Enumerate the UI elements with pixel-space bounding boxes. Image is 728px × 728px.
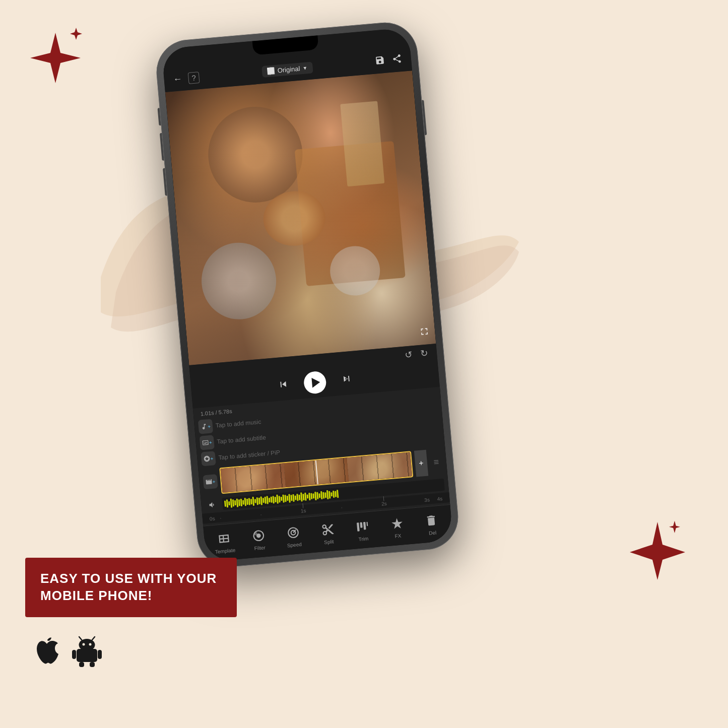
save-icon[interactable]: [374, 54, 385, 68]
red-banner: EASY TO USE WITH YOUR MOBILE PHONE!: [25, 558, 237, 617]
skip-to-start-button[interactable]: [277, 378, 289, 392]
svg-rect-17: [98, 650, 102, 659]
music-track-icon: +: [198, 419, 213, 434]
dropdown-icon: ▼: [302, 65, 308, 71]
sticker-track-icon: +: [201, 451, 216, 466]
audio-icon: [205, 497, 220, 512]
svg-point-11: [79, 639, 95, 651]
speed-label: Speed: [287, 542, 302, 548]
share-icon[interactable]: [391, 53, 403, 67]
delete-label: Del: [429, 530, 437, 536]
delete-icon: [423, 512, 440, 529]
back-icon[interactable]: ←: [173, 74, 183, 85]
svg-rect-8: [363, 522, 366, 530]
svg-rect-6: [357, 522, 360, 532]
apple-icon: [33, 635, 60, 668]
android-icon: [71, 635, 103, 668]
banner-line2: MOBILE PHONE!: [40, 588, 152, 603]
fullscreen-button[interactable]: [418, 325, 430, 340]
phone-device: ← ? ⬜ Original ▼: [154, 20, 461, 569]
svg-rect-7: [360, 522, 362, 528]
filter-icon: [250, 527, 267, 544]
banner-text: EASY TO USE WITH YOUR MOBILE PHONE!: [40, 570, 222, 605]
svg-rect-18: [79, 662, 84, 667]
split-icon: [319, 521, 336, 538]
sparkle-top-left: [28, 28, 88, 95]
toolbar-item-split[interactable]: Split: [312, 521, 345, 546]
svg-line-15: [92, 637, 95, 640]
clip-track-icon: +: [203, 474, 218, 489]
clip-thumbnail-3: [347, 452, 412, 482]
toolbar-item-template[interactable]: Template: [209, 530, 241, 555]
skip-to-end-button[interactable]: [341, 372, 353, 387]
play-button[interactable]: [303, 371, 327, 395]
toolbar-item-speed[interactable]: Speed: [278, 524, 310, 549]
ratio-label: Original: [277, 64, 300, 74]
platform-icons: [33, 635, 103, 668]
subtitle-track-icon: +: [200, 435, 215, 450]
ratio-selector[interactable]: ⬜ Original ▼: [261, 61, 313, 78]
toolbar-item-trim[interactable]: Trim: [347, 518, 379, 543]
redo-button[interactable]: ↻: [420, 348, 428, 359]
controls-area: ↺ ↻ 1.01s / 5.78s: [189, 344, 453, 562]
timeline-section: 1.01s / 5.78s + Tap to add music +: [193, 387, 450, 526]
svg-point-13: [89, 643, 92, 646]
sparkle-bottom-right: [625, 519, 690, 587]
toolbar-item-delete[interactable]: Del: [416, 512, 448, 537]
svg-rect-19: [90, 662, 95, 667]
banner-line1: EASY TO USE WITH YOUR: [40, 571, 217, 586]
video-preview: [165, 71, 436, 365]
filter-label: Filter: [254, 545, 266, 551]
clip-thumbnail-1: [220, 463, 286, 493]
template-icon: [216, 531, 233, 547]
svg-rect-16: [72, 650, 76, 659]
fx-icon: [389, 515, 406, 532]
help-icon[interactable]: ?: [188, 72, 200, 84]
undo-button[interactable]: ↺: [404, 349, 413, 360]
svg-point-3: [288, 527, 299, 538]
notch: [252, 35, 319, 55]
ratio-icon: ⬜: [267, 67, 275, 75]
svg-rect-9: [366, 522, 368, 526]
fx-label: FX: [394, 533, 402, 539]
clip-thumbnail-2: [284, 457, 349, 487]
toolbar-item-filter[interactable]: Filter: [243, 527, 275, 552]
trim-label: Trim: [358, 536, 369, 542]
split-label: Split: [324, 539, 334, 545]
toolbar-item-fx[interactable]: FX: [381, 515, 414, 540]
clip-options-icon[interactable]: ≡: [429, 448, 443, 476]
add-clip-button[interactable]: +: [414, 450, 428, 477]
svg-line-14: [79, 637, 82, 640]
trim-icon: [354, 518, 371, 535]
speed-icon: [285, 524, 302, 541]
svg-point-12: [83, 643, 85, 646]
template-label: Template: [215, 547, 235, 554]
